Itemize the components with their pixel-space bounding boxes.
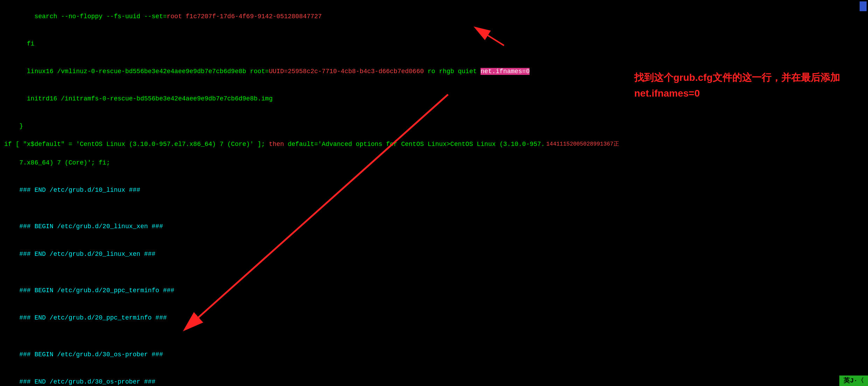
terminal-line-blank1: [4, 204, 864, 213]
terminal-line-13: ### BEGIN /etc/grub.d/30_os-prober ###: [4, 341, 864, 368]
scrollbar-indicator[interactable]: [860, 1, 867, 11]
terminal-line-2: fi: [4, 30, 864, 57]
annotation-box: 找到这个grub.cfg文件的这一行，并在最后添加 net.ifnames=0: [634, 70, 840, 101]
terminal-line-blank2: [4, 268, 864, 277]
terminal-window: search --no-floppy --fs-uuid --set=root …: [0, 0, 868, 386]
terminal-line-14: ### END /etc/grub.d/30_os-prober ###: [4, 368, 864, 386]
terminal-line-10: ### END /etc/grub.d/20_linux_xen ###: [4, 240, 864, 267]
terminal-line-6: if [ "x$default" = 'CentOS Linux (3.10.0…: [4, 140, 864, 149]
terminal-line-9: ### BEGIN /etc/grub.d/20_linux_xen ###: [4, 213, 864, 240]
terminal-line-1: search --no-floppy --fs-uuid --set=root …: [4, 3, 864, 30]
terminal-line-5: }: [4, 112, 864, 140]
status-bar: 英J·〈: [839, 376, 868, 386]
terminal-line-8: ### END /etc/grub.d/10_linux ###: [4, 176, 864, 204]
terminal-line-12: ### END /etc/grub.d/20_ppc_terminfo ###: [4, 304, 864, 331]
line-hint: 14411152005028991367正: [546, 140, 619, 148]
terminal-line-blank3: [4, 331, 864, 341]
status-bar-text: 英J·〈: [844, 377, 864, 384]
annotation-text-line1: 找到这个grub.cfg文件的这一行，并在最后添加: [634, 72, 840, 83]
terminal-line-7: 7.x86_64) 7 (Core)'; fi;: [4, 149, 864, 176]
annotation-text-line2: net.ifnames=0: [634, 88, 700, 99]
terminal-line-11: ### BEGIN /etc/grub.d/20_ppc_terminfo ##…: [4, 277, 864, 304]
